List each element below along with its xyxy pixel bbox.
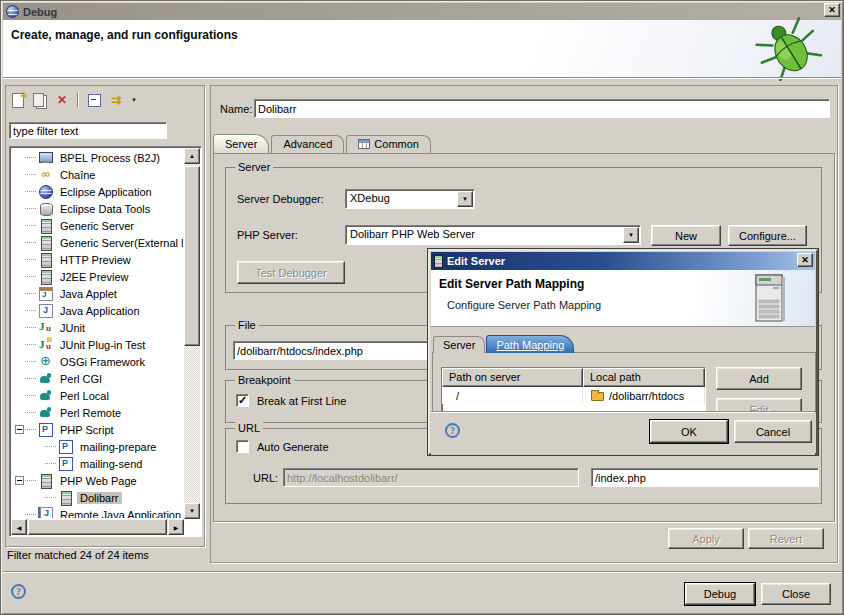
- dialog-close-button[interactable]: ✕: [797, 253, 813, 267]
- new-configuration-icon[interactable]: [9, 92, 27, 108]
- tree-item-label: mailing-prepare: [77, 441, 159, 453]
- tree-item-junit[interactable]: JUnit: [12, 319, 183, 336]
- dialog-heading: Edit Server Path Mapping: [439, 277, 584, 291]
- table-row[interactable]: //dolibarr/htdocs: [442, 387, 705, 404]
- tab-server[interactable]: Server: [213, 134, 269, 153]
- scroll-left-icon[interactable]: ◀: [11, 519, 27, 535]
- server-icon: [434, 255, 443, 268]
- add-mapping-button[interactable]: Add: [716, 367, 802, 390]
- tab-label: Advanced: [283, 138, 332, 150]
- tab-path-mapping[interactable]: Path Mapping: [486, 335, 574, 353]
- php-icon: [38, 422, 53, 437]
- tree-item-junit-plug-in-test[interactable]: JUnit Plug-in Test: [12, 336, 183, 353]
- config-tree: BPEL Process (B2J)∞ChaîneEclipse Applica…: [12, 149, 183, 518]
- tree-item-label: Dolibarr: [77, 492, 122, 504]
- tree-item-label: PHP Script: [57, 424, 117, 436]
- tree-item-perl-local[interactable]: Perl Local: [12, 387, 183, 404]
- duplicate-icon[interactable]: [31, 92, 49, 108]
- edit-server-dialog: Edit Server ✕ Edit Server Path Mapping C…: [428, 249, 818, 455]
- server-icon: [38, 473, 53, 488]
- tree-item-label: PHP Web Page: [57, 475, 140, 487]
- filter-status-text: Filter matched 24 of 24 items: [7, 549, 149, 561]
- auto-generate-checkbox[interactable]: [236, 440, 249, 453]
- tab-label: Server: [225, 138, 257, 150]
- help-icon[interactable]: ?: [11, 584, 26, 599]
- scroll-down-icon[interactable]: ▼: [184, 503, 200, 519]
- tree-item-java-applet[interactable]: Java Applet: [12, 285, 183, 302]
- tree-item-http-preview[interactable]: HTTP Preview: [12, 251, 183, 268]
- tree-item-generic-server[interactable]: Generic Server: [12, 217, 183, 234]
- tree-item-j2ee-preview[interactable]: J2EE Preview: [12, 268, 183, 285]
- server-debugger-value: XDebug: [350, 192, 390, 204]
- tree-item-dolibarr[interactable]: Dolibarr: [12, 489, 183, 506]
- break-first-line-label: Break at First Line: [257, 395, 346, 407]
- collapse-all-icon[interactable]: [85, 92, 103, 108]
- tab-common[interactable]: Common: [346, 135, 431, 153]
- server-icon: [38, 269, 53, 284]
- new-server-button[interactable]: New: [651, 225, 721, 246]
- tab-advanced[interactable]: Advanced: [271, 135, 344, 153]
- collapse-expander-icon[interactable]: [15, 425, 24, 434]
- tree-item-perl-remote[interactable]: Perl Remote: [12, 404, 183, 421]
- tree-item-perl-cgi[interactable]: Perl CGI: [12, 370, 183, 387]
- horizontal-scroll-thumb[interactable]: [28, 519, 167, 535]
- tree-item-label: Chaîne: [57, 169, 98, 181]
- filter-icon[interactable]: ⇉: [107, 92, 125, 108]
- path-mapping-table[interactable]: Path on serverLocal path //dolibarr/htdo…: [441, 367, 706, 413]
- ok-button[interactable]: OK: [650, 420, 728, 443]
- tab-server[interactable]: Server: [433, 336, 485, 353]
- tree-item-generic-server-external-la[interactable]: Generic Server(External La: [12, 234, 183, 251]
- dialog-help-icon[interactable]: ?: [445, 423, 460, 438]
- cancel-button[interactable]: Cancel: [734, 420, 812, 443]
- folder-icon: [591, 392, 604, 401]
- tree-item-osgi-framework[interactable]: ⊕OSGi Framework: [12, 353, 183, 370]
- local-path-text: /dolibarr/htdocs: [609, 390, 684, 402]
- tree-item-java-application[interactable]: Java Application: [12, 302, 183, 319]
- vertical-scroll-thumb[interactable]: [184, 166, 200, 346]
- tree-item-bpel-process-b2j-[interactable]: BPEL Process (B2J): [12, 149, 183, 166]
- applet-icon: [38, 286, 53, 301]
- server-debugger-dropdown-icon[interactable]: ▼: [457, 191, 473, 207]
- column-header[interactable]: Path on server: [442, 368, 583, 387]
- configurations-panel: ✕⇉▼ BPEL Process (B2J)∞ChaîneEclipse App…: [5, 85, 205, 547]
- server-debugger-combo[interactable]: XDebug ▼: [345, 189, 475, 209]
- header-banner: Create, manage, and run configurations: [3, 20, 841, 77]
- configure-server-button[interactable]: Configure...: [728, 225, 807, 246]
- tree-item-remote-java-application[interactable]: Remote Java Application: [12, 506, 183, 518]
- php-server-value: Dolibarr PHP Web Server: [350, 228, 475, 240]
- name-input[interactable]: [254, 99, 830, 118]
- column-header[interactable]: Local path: [583, 368, 705, 387]
- url-path-input[interactable]: [591, 468, 819, 487]
- tree-item-label: JUnit Plug-in Test: [57, 339, 148, 351]
- tree-item-php-script[interactable]: PHP Script: [12, 421, 183, 438]
- tree-item-label: Eclipse Data Tools: [57, 203, 153, 215]
- tree-item-mailing-send[interactable]: mailing-send: [12, 455, 183, 472]
- php-server-combo[interactable]: Dolibarr PHP Web Server ▼: [345, 225, 641, 245]
- dialog-subheading: Configure Server Path Mapping: [447, 299, 601, 311]
- debug-window: Debug ✕ Create, manage, and run configur…: [0, 0, 844, 615]
- dialog-header: Edit Server Path Mapping Configure Serve…: [431, 270, 815, 327]
- tree-horizontal-scrollbar[interactable]: ◀ ▶: [11, 519, 184, 535]
- toolbar-separator: [77, 92, 79, 108]
- scroll-up-icon[interactable]: ▲: [184, 148, 200, 164]
- url-base-input: [283, 468, 579, 487]
- tree-item-mailing-prepare[interactable]: mailing-prepare: [12, 438, 183, 455]
- name-label: Name:: [220, 103, 252, 115]
- tree-item-php-web-page[interactable]: PHP Web Page: [12, 472, 183, 489]
- menu-dropdown-icon[interactable]: ▼: [129, 92, 139, 108]
- close-button[interactable]: Close: [761, 583, 831, 605]
- tree-item-cha-ne[interactable]: ∞Chaîne: [12, 166, 183, 183]
- debug-button[interactable]: Debug: [685, 583, 755, 605]
- collapse-expander-icon[interactable]: [15, 476, 24, 485]
- tree-item-eclipse-data-tools[interactable]: Eclipse Data Tools: [12, 200, 183, 217]
- scroll-right-icon[interactable]: ▶: [168, 519, 184, 535]
- delete-icon[interactable]: ✕: [53, 92, 71, 108]
- tree-item-eclipse-application[interactable]: Eclipse Application: [12, 183, 183, 200]
- debug-bug-icon: [751, 15, 829, 81]
- php-server-dropdown-icon[interactable]: ▼: [623, 227, 639, 243]
- table-icon: [358, 139, 370, 149]
- path-mapping-table-header: Path on serverLocal path: [442, 368, 705, 387]
- filter-input[interactable]: [9, 122, 167, 139]
- break-first-line-checkbox[interactable]: ✓: [236, 394, 249, 407]
- tree-vertical-scrollbar[interactable]: ▲ ▼: [184, 148, 200, 519]
